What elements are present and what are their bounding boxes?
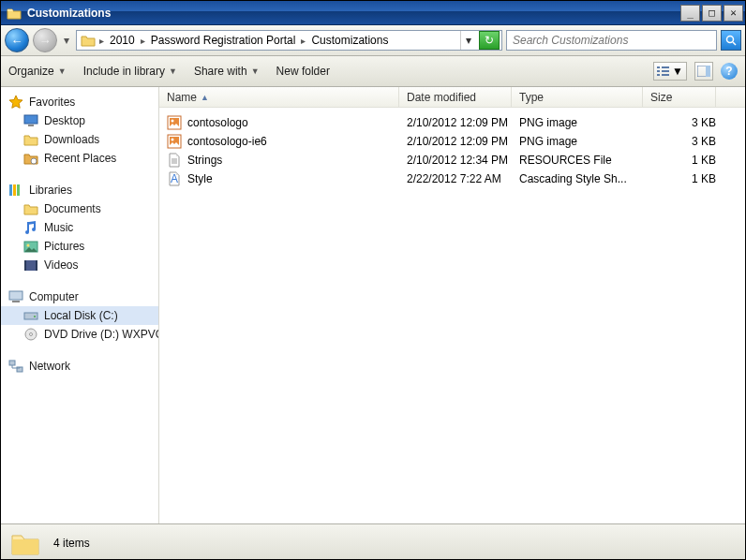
svg-rect-27 [9,361,15,365]
svg-rect-4 [657,74,660,76]
libraries-header[interactable]: Libraries [1,181,158,199]
file-size: 3 KB [650,135,724,148]
breadcrumb-item[interactable]: Customizations [309,34,390,47]
libraries-label: Libraries [29,184,72,197]
computer-icon [8,289,23,304]
svg-rect-19 [24,260,26,271]
status-text: 4 items [53,537,90,550]
column-label: Type [519,91,544,104]
column-name[interactable]: Name▲ [159,87,399,107]
file-row[interactable]: contosologo2/10/2012 12:09 PMPNG image3 … [159,113,745,132]
network-header[interactable]: Network [1,357,158,376]
computer-label: Computer [29,290,79,303]
maximize-button[interactable]: □ [702,5,722,22]
svg-text:A: A [171,172,178,185]
column-size[interactable]: Size [643,87,716,107]
organize-menu[interactable]: Organize▼ [8,65,67,78]
svg-rect-2 [657,66,660,68]
videos-icon [23,258,38,273]
refresh-button[interactable]: ↻ [479,31,500,50]
breadcrumb-separator[interactable]: ▸ [99,36,104,46]
svg-rect-3 [657,70,660,72]
svg-rect-10 [24,115,37,124]
file-name: Strings [187,154,222,167]
svg-point-26 [30,333,33,336]
music-icon [23,220,38,235]
organize-label: Organize [8,65,54,78]
history-dropdown[interactable]: ▾ [61,34,72,47]
file-type: Cascading Style Sh... [519,172,650,185]
sidebar-item-label: Documents [44,202,101,215]
breadcrumb-separator[interactable]: ▸ [301,36,306,46]
preview-pane-button[interactable] [694,62,713,81]
file-row[interactable]: AStyle2/22/2012 7:22 AMCascading Style S… [159,169,745,188]
address-dropdown[interactable]: ▾ [460,31,475,50]
share-label: Share with [194,65,247,78]
svg-rect-6 [662,70,669,72]
svg-point-34 [172,139,174,141]
disc-icon [23,327,38,342]
address-bar[interactable]: ▸ 2010 ▸ Password Registration Portal ▸ … [76,30,502,51]
sidebar-item-pictures[interactable]: Pictures [1,237,158,256]
forward-button[interactable]: → [33,28,57,52]
svg-point-24 [34,316,36,317]
column-label: Date modified [407,91,476,104]
file-icon [167,134,182,149]
favorites-header[interactable]: Favorites [1,93,158,111]
svg-rect-21 [9,291,22,300]
svg-point-17 [27,244,30,247]
svg-line-1 [733,42,736,45]
sidebar-item-label: Pictures [44,240,84,253]
documents-icon [23,201,38,216]
file-row[interactable]: contosologo-ie62/10/2012 12:09 PMPNG ima… [159,132,745,151]
sidebar-item-label: Videos [44,258,78,272]
file-size: 3 KB [650,116,724,129]
navigation-bar: ← → ▾ ▸ 2010 ▸ Password Registration Por… [1,25,745,56]
sidebar-item-recent-places[interactable]: Recent Places [1,149,158,168]
svg-rect-13 [9,184,12,196]
sidebar-item-local-disk[interactable]: Local Disk (C:) [1,306,158,325]
sidebar-item-downloads[interactable]: Downloads [1,130,158,149]
svg-rect-22 [12,301,20,302]
sidebar-item-dvd-drive[interactable]: DVD Drive (D:) WXPVO [1,325,158,344]
close-button[interactable]: ✕ [724,5,743,22]
file-name: Style [187,172,213,185]
breadcrumb-item[interactable]: 2010 [108,34,137,47]
folder-icon [7,7,22,20]
sidebar-item-videos[interactable]: Videos [1,256,158,274]
search-input[interactable] [513,34,714,47]
sidebar-item-documents[interactable]: Documents [1,199,158,218]
sort-ascending-icon: ▲ [201,93,209,102]
file-date: 2/10/2012 12:34 PM [407,154,519,167]
new-folder-button[interactable]: New folder [276,65,330,78]
view-options-button[interactable]: ▼ [653,62,687,81]
back-button[interactable]: ← [5,28,29,52]
sidebar-item-music[interactable]: Music [1,218,158,237]
share-with-menu[interactable]: Share with▼ [194,65,260,78]
file-row[interactable]: Strings2/10/2012 12:34 PMRESOURCES File1… [159,151,745,169]
help-button[interactable]: ? [721,63,738,80]
downloads-icon [23,132,38,147]
command-bar: Organize▼ Include in library▼ Share with… [1,56,745,87]
newfolder-label: New folder [276,65,330,78]
main-area: Favorites Desktop Downloads Recent Place… [1,87,745,523]
search-box[interactable] [506,30,717,51]
folder-icon [81,33,96,48]
svg-rect-11 [28,125,34,126]
desktop-icon [23,113,38,128]
sidebar-item-desktop[interactable]: Desktop [1,111,158,130]
sidebar-item-label: Local Disk (C:) [44,309,118,322]
file-name: contosologo [187,116,248,129]
breadcrumb-separator[interactable]: ▸ [141,36,145,46]
file-date: 2/22/2012 7:22 AM [407,172,519,185]
computer-header[interactable]: Computer [1,287,158,306]
include-in-library-menu[interactable]: Include in library▼ [83,65,177,78]
search-button[interactable] [721,30,741,51]
svg-point-31 [172,120,174,123]
column-label: Size [650,91,672,104]
sidebar-item-label: Downloads [44,133,99,146]
breadcrumb-item[interactable]: Password Registration Portal [149,34,298,47]
column-date-modified[interactable]: Date modified [399,87,512,107]
minimize-button[interactable]: _ [680,5,700,22]
column-type[interactable]: Type [512,87,643,107]
